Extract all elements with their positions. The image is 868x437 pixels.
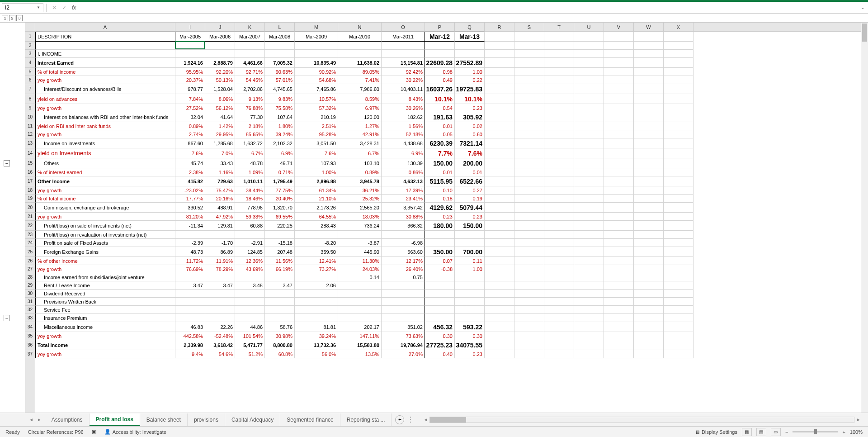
cell[interactable] bbox=[574, 281, 604, 290]
cell[interactable]: Income earned from subsidiaries/joint ve… bbox=[35, 273, 175, 281]
cell[interactable]: 1.00 bbox=[455, 68, 485, 76]
column-header[interactable]: L bbox=[265, 23, 295, 31]
cell[interactable]: Others bbox=[35, 158, 175, 168]
cell[interactable] bbox=[485, 221, 514, 231]
cell[interactable]: 12.17% bbox=[382, 257, 425, 265]
cell[interactable]: -2.39 bbox=[175, 239, 205, 247]
cell[interactable]: 18.46% bbox=[235, 195, 265, 203]
cell[interactable] bbox=[338, 231, 382, 239]
cell[interactable] bbox=[514, 350, 544, 358]
row-header[interactable]: 17 bbox=[25, 176, 35, 186]
cell[interactable] bbox=[634, 138, 664, 148]
cell[interactable]: 129.81 bbox=[205, 221, 235, 231]
cell[interactable]: -42.91% bbox=[338, 130, 382, 138]
cell[interactable]: yield on RBI and inter bank funds bbox=[35, 122, 175, 130]
cell[interactable] bbox=[514, 168, 544, 176]
tab-nav-arrows[interactable]: ◄ ► bbox=[25, 417, 45, 422]
cell[interactable]: 38.44% bbox=[235, 186, 265, 195]
cell[interactable] bbox=[544, 257, 574, 265]
cell[interactable]: 207.48 bbox=[265, 247, 295, 257]
cell[interactable]: 0.23 bbox=[455, 213, 485, 221]
cell[interactable] bbox=[544, 273, 574, 281]
row-header[interactable]: 3 bbox=[25, 50, 35, 58]
cell[interactable] bbox=[514, 195, 544, 203]
cell[interactable] bbox=[382, 42, 425, 50]
outline-level-3[interactable]: 3 bbox=[16, 15, 23, 21]
cell[interactable]: Commission, exchange and brokerage bbox=[35, 203, 175, 213]
row-header[interactable]: 19 bbox=[25, 195, 35, 203]
cell[interactable] bbox=[544, 332, 574, 340]
cell[interactable] bbox=[485, 332, 514, 340]
cell[interactable] bbox=[664, 176, 693, 186]
cell[interactable] bbox=[604, 148, 634, 158]
cell[interactable] bbox=[544, 322, 574, 332]
cell[interactable] bbox=[634, 273, 664, 281]
cell[interactable] bbox=[514, 231, 544, 239]
cell[interactable] bbox=[175, 50, 205, 58]
cell[interactable] bbox=[514, 50, 544, 58]
cell[interactable]: 1,795.49 bbox=[265, 176, 295, 186]
cell[interactable] bbox=[425, 314, 455, 322]
cell[interactable] bbox=[544, 32, 574, 42]
sheet-tab[interactable]: Capital Adequacy bbox=[225, 413, 280, 426]
cell[interactable] bbox=[235, 298, 265, 306]
row-header[interactable]: 35 bbox=[25, 332, 35, 340]
cell[interactable] bbox=[425, 290, 455, 298]
cell[interactable]: 41.64 bbox=[205, 112, 235, 122]
row-header[interactable]: 12 bbox=[25, 130, 35, 138]
cell[interactable] bbox=[634, 50, 664, 58]
cell[interactable] bbox=[514, 84, 544, 94]
row-header[interactable]: 23 bbox=[25, 231, 35, 239]
cell[interactable]: yield on advances bbox=[35, 94, 175, 104]
cell[interactable] bbox=[634, 58, 664, 68]
cell[interactable] bbox=[604, 68, 634, 76]
cell[interactable] bbox=[514, 58, 544, 68]
column-header[interactable]: N bbox=[338, 23, 382, 31]
cell[interactable] bbox=[382, 50, 425, 58]
cell[interactable] bbox=[574, 122, 604, 130]
cell[interactable] bbox=[634, 290, 664, 298]
cell[interactable] bbox=[382, 314, 425, 322]
cell[interactable] bbox=[604, 298, 634, 306]
cell[interactable]: 1.16% bbox=[205, 168, 235, 176]
cell[interactable]: 10.1% bbox=[455, 94, 485, 104]
period-header[interactable]: Mar-2008 bbox=[265, 32, 295, 42]
scrollbar-thumb[interactable] bbox=[862, 24, 867, 42]
cell[interactable]: 1.00% bbox=[295, 168, 338, 176]
cell[interactable] bbox=[664, 50, 693, 58]
cell[interactable] bbox=[205, 273, 235, 281]
cell[interactable] bbox=[485, 239, 514, 247]
cell[interactable] bbox=[485, 350, 514, 358]
cell[interactable]: 12.36% bbox=[235, 257, 265, 265]
row-header[interactable]: 25 bbox=[25, 247, 35, 257]
cell[interactable] bbox=[634, 42, 664, 50]
cell[interactable]: 11.72% bbox=[175, 257, 205, 265]
cell[interactable] bbox=[544, 122, 574, 130]
cell[interactable] bbox=[634, 332, 664, 340]
cell[interactable]: 92.71% bbox=[235, 68, 265, 76]
cells-area[interactable]: AIJKLMNOPQRSTUVWX DESCRIPTIONMar-2005Mar… bbox=[35, 23, 868, 413]
column-header[interactable]: J bbox=[205, 23, 235, 31]
cell[interactable] bbox=[604, 247, 634, 257]
cell[interactable] bbox=[604, 50, 634, 58]
cell[interactable] bbox=[485, 68, 514, 76]
cell[interactable] bbox=[485, 195, 514, 203]
cell[interactable] bbox=[514, 76, 544, 84]
cell[interactable]: 7.6% bbox=[295, 148, 338, 158]
cell[interactable] bbox=[485, 158, 514, 168]
cell[interactable] bbox=[485, 281, 514, 290]
cell[interactable] bbox=[574, 231, 604, 239]
cell[interactable]: % of total income bbox=[35, 68, 175, 76]
cell[interactable] bbox=[574, 340, 604, 350]
cell[interactable] bbox=[514, 247, 544, 257]
cell[interactable] bbox=[235, 273, 265, 281]
cell[interactable]: 15,154.81 bbox=[382, 58, 425, 68]
cell[interactable] bbox=[514, 298, 544, 306]
cell[interactable]: 90.63% bbox=[265, 68, 295, 76]
cell[interactable]: 54.68% bbox=[295, 76, 338, 84]
cell[interactable] bbox=[544, 265, 574, 273]
cell[interactable]: 0.86% bbox=[382, 168, 425, 176]
cell[interactable]: yoy growth bbox=[35, 350, 175, 358]
add-sheet-button[interactable]: + bbox=[395, 415, 404, 424]
chevron-down-icon[interactable]: ▼ bbox=[37, 5, 40, 10]
